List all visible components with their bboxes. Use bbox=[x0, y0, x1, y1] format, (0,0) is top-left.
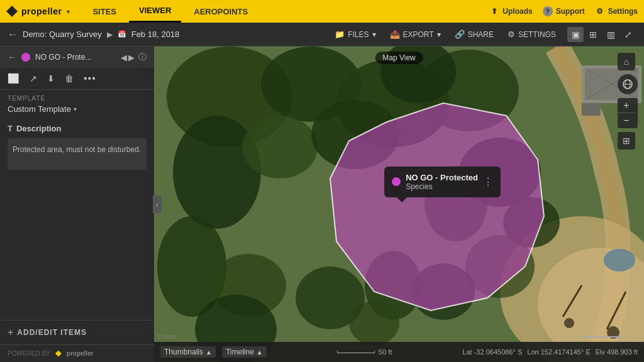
popup-color-dot bbox=[392, 177, 401, 186]
more-options-button[interactable]: ••• bbox=[84, 73, 96, 84]
scale-label: 50 ft bbox=[379, 348, 392, 356]
sidebar: ← NO GO - Prote... ◀ ▶ ⓘ ⬜ ↗ ⬇ 🗑 ••• TEM… bbox=[0, 47, 154, 362]
map-bottom-bar: Thumbnails ▲ Timeline ▲ 50 ft Lat -32.06… bbox=[154, 342, 644, 362]
survey-date: Feb 18, 2018 bbox=[131, 30, 180, 39]
feature-nav-arrows: ◀ ▶ bbox=[121, 53, 135, 62]
delete-button[interactable]: 🗑 bbox=[65, 74, 74, 84]
nav-viewer[interactable]: VIEWER bbox=[129, 0, 181, 23]
share-button[interactable]: 🔗 SHARE bbox=[448, 27, 500, 41]
settings-icon: ⚙ bbox=[595, 6, 605, 16]
popup-tail bbox=[397, 197, 407, 202]
svg-point-5 bbox=[242, 116, 318, 178]
latitude-display: Lat -32.0645086° S bbox=[462, 348, 522, 356]
sidebar-header: ← NO GO - Prote... ◀ ▶ ⓘ bbox=[0, 47, 154, 68]
description-text: Protected area, must not be disturbed. bbox=[13, 145, 141, 154]
split-view-button[interactable]: ⊞ bbox=[585, 27, 601, 42]
feature-title-row: ← NO GO - Prote... bbox=[8, 52, 121, 62]
popup-text-content: NO GO - Protected Species bbox=[406, 173, 478, 191]
template-select-button[interactable]: Custom Template ▾ bbox=[8, 104, 147, 114]
scale-bar: 50 ft bbox=[273, 348, 457, 356]
thumbnails-arrow-icon: ▲ bbox=[206, 349, 212, 356]
share-icon: 🔗 bbox=[455, 30, 465, 39]
footer-logo-text: propeller bbox=[67, 350, 94, 357]
scale-line bbox=[337, 351, 375, 353]
svg-point-29 bbox=[349, 301, 399, 345]
export-icon: 📤 bbox=[390, 30, 400, 39]
aerial-imagery bbox=[154, 47, 644, 362]
copy-button[interactable]: ⬜ bbox=[8, 73, 19, 84]
timeline-label: Timeline bbox=[226, 348, 254, 356]
sidebar-back-button[interactable]: ← bbox=[8, 52, 16, 62]
second-nav-right: 📁 FILES ▾ 📤 EXPORT ▾ 🔗 SHARE ⚙ SETTINGS … bbox=[328, 27, 636, 42]
back-button[interactable]: ← bbox=[8, 29, 18, 40]
files-icon: 📁 bbox=[335, 30, 345, 39]
map-popup: NO GO - Protected Species ⋮ bbox=[384, 167, 501, 197]
breadcrumb-arrow-icon: ▶ bbox=[107, 30, 113, 39]
top-navbar: propeller ▾ SITES VIEWER AEROPOINTS ⬆ Up… bbox=[0, 0, 644, 23]
description-icon: T bbox=[8, 124, 13, 133]
template-dropdown-icon: ▾ bbox=[74, 106, 77, 112]
nav-right: ⬆ Uploads ? Support ⚙ Settings bbox=[489, 6, 638, 16]
zoom-controls: + − bbox=[618, 98, 638, 128]
second-navbar: ← Demo: Quarry Survey ▶ 📅 Feb 18, 2018 📁… bbox=[0, 23, 644, 47]
uploads-button[interactable]: ⬆ Uploads bbox=[489, 6, 532, 16]
logo[interactable]: propeller ▾ bbox=[6, 6, 70, 17]
add-edit-items-button[interactable]: + ADD/EDIT ITEMS bbox=[0, 320, 154, 344]
map-settings-button[interactable]: ⚙ SETTINGS bbox=[501, 27, 562, 41]
export-button[interactable]: 📤 EXPORT ▾ bbox=[384, 27, 447, 41]
support-button[interactable]: ? Support bbox=[543, 6, 585, 16]
coordinates-bar: Lat -32.0645086° S Lon 152.4174145° E El… bbox=[462, 348, 638, 356]
layers-button[interactable]: ⊞ bbox=[618, 132, 635, 150]
template-select-text: Custom Template bbox=[8, 104, 71, 114]
propeller-logo-icon bbox=[6, 6, 18, 17]
popup-subtitle: Species bbox=[406, 182, 478, 191]
help-icon: ? bbox=[543, 6, 553, 16]
popup-title: NO GO - Protected bbox=[406, 173, 478, 182]
site-title: Demo: Quarry Survey bbox=[23, 30, 102, 39]
prev-feature-button[interactable]: ◀ bbox=[121, 53, 127, 62]
share-feature-button[interactable]: ↗ bbox=[30, 74, 37, 84]
svg-point-31 bbox=[604, 249, 635, 272]
zoom-in-button[interactable]: + bbox=[618, 98, 635, 113]
feature-color-dot bbox=[21, 53, 30, 62]
fullscreen-button[interactable]: ⤢ bbox=[620, 27, 636, 42]
map-controls: ⌂ + − ⊞ bbox=[618, 53, 638, 150]
description-text-box: Protected area, must not be disturbed. bbox=[8, 138, 147, 170]
description-title: Description bbox=[16, 124, 62, 133]
next-feature-button[interactable]: ▶ bbox=[128, 53, 135, 62]
svg-rect-15 bbox=[582, 103, 601, 116]
home-button[interactable]: ⌂ bbox=[618, 53, 635, 70]
timeline-arrow-icon: ▲ bbox=[257, 349, 263, 356]
globe-button[interactable] bbox=[618, 74, 638, 94]
add-edit-label: ADD/EDIT ITEMS bbox=[17, 328, 87, 337]
sidebar-collapse-button[interactable]: ‹ bbox=[153, 195, 162, 213]
powered-by-label: POWERED BY bbox=[8, 350, 50, 357]
map-area[interactable]: Map View NO GO - Protected Species ⋮ ⌂ bbox=[154, 47, 644, 362]
files-button[interactable]: 📁 FILES ▾ bbox=[328, 27, 382, 41]
settings-button[interactable]: ⚙ Settings bbox=[595, 6, 638, 16]
globe-icon bbox=[622, 79, 633, 90]
svg-point-20 bbox=[564, 318, 574, 328]
add-icon: + bbox=[8, 327, 13, 338]
nav-sites[interactable]: SITES bbox=[82, 0, 126, 23]
single-view-button[interactable]: ▣ bbox=[567, 27, 584, 42]
sidebar-footer: POWERED BY propeller bbox=[0, 344, 154, 362]
dual-view-button[interactable]: ▥ bbox=[602, 27, 619, 42]
nav-aeropoints[interactable]: AEROPOINTS bbox=[184, 0, 258, 23]
elevation-display: Elv 498.903 ft bbox=[596, 348, 638, 356]
logo-text: propeller bbox=[21, 6, 62, 16]
template-section: TEMPLATE Custom Template ▾ bbox=[0, 90, 154, 119]
main-layout: ← NO GO - Prote... ◀ ▶ ⓘ ⬜ ↗ ⬇ 🗑 ••• TEM… bbox=[0, 47, 644, 362]
files-dropdown-icon: ▾ bbox=[372, 30, 376, 39]
download-button[interactable]: ⬇ bbox=[47, 74, 55, 84]
map-background: Map View NO GO - Protected Species ⋮ ⌂ bbox=[154, 47, 644, 362]
description-section: T Description Protected area, must not b… bbox=[0, 119, 154, 320]
thumbnails-button[interactable]: Thumbnails ▲ bbox=[160, 346, 216, 358]
popup-menu-button[interactable]: ⋮ bbox=[483, 176, 493, 188]
timeline-button[interactable]: Timeline ▲ bbox=[222, 346, 267, 358]
zoom-out-button[interactable]: − bbox=[618, 113, 635, 128]
sidebar-actions: ⬜ ↗ ⬇ 🗑 ••• bbox=[0, 68, 154, 90]
feature-info-button[interactable]: ⓘ bbox=[138, 52, 147, 63]
view-toggle-group: ▣ ⊞ ▥ ⤢ bbox=[567, 27, 636, 42]
nav-items: SITES VIEWER AEROPOINTS bbox=[82, 0, 489, 23]
